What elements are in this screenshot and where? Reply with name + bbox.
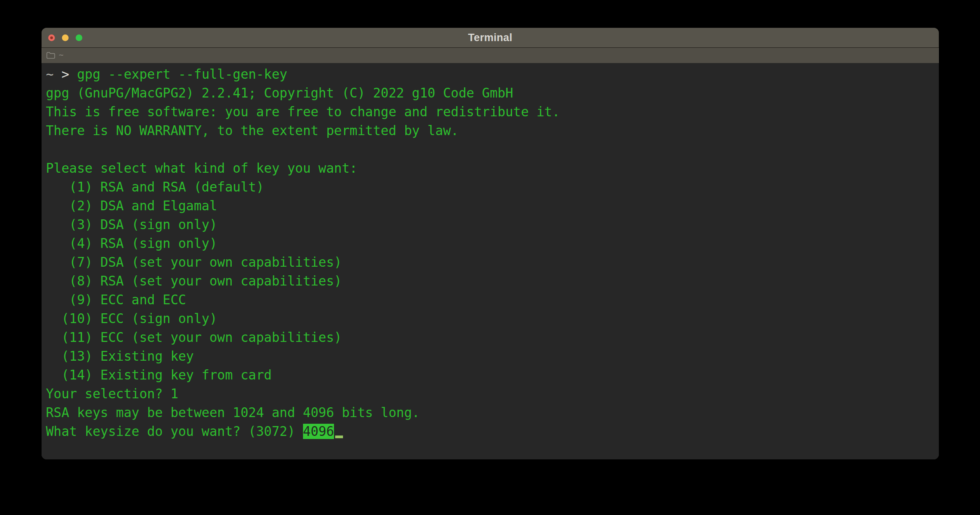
terminal-text-segment: (1) RSA and RSA (default) <box>46 179 264 195</box>
terminal-text-segment: (4) RSA (sign only) <box>46 236 217 251</box>
terminal-line: (3) DSA (sign only) <box>46 215 935 234</box>
terminal-text-segment: > <box>62 67 77 82</box>
terminal-line <box>46 140 935 159</box>
terminal-line: (7) DSA (set your own capabilities) <box>46 253 935 272</box>
terminal-text-segment: (13) Existing key <box>46 349 194 364</box>
terminal-line: (13) Existing key <box>46 347 935 366</box>
terminal-text-segment: Your selection? 1 <box>46 386 178 401</box>
tab-bar[interactable]: ~ <box>42 48 939 63</box>
terminal-line: This is free software: you are free to c… <box>46 103 935 121</box>
folder-icon <box>46 52 55 59</box>
terminal-text-segment: This is free software: you are free to c… <box>46 104 560 119</box>
terminal-line: (4) RSA (sign only) <box>46 234 935 253</box>
text-cursor <box>335 435 343 438</box>
terminal-text-segment: What keysize do you want? (3072) <box>46 424 303 439</box>
terminal-text-segment: ~ <box>46 67 62 82</box>
terminal-line: (14) Existing key from card <box>46 366 935 385</box>
terminal-line: Your selection? 1 <box>46 385 935 403</box>
traffic-lights <box>48 28 82 47</box>
terminal-text-segment: (11) ECC (set your own capabilities) <box>46 330 342 345</box>
terminal-line: ~ > gpg --expert --full-gen-key <box>46 65 935 84</box>
tab-path: ~ <box>59 51 64 60</box>
terminal-line: (1) RSA and RSA (default) <box>46 178 935 197</box>
unsaved-changes-dot <box>50 36 53 39</box>
terminal-text-segment: There is NO WARRANTY, to the extent perm… <box>46 123 459 138</box>
terminal-line: There is NO WARRANTY, to the extent perm… <box>46 121 935 140</box>
terminal-line: (8) RSA (set your own capabilities) <box>46 272 935 291</box>
terminal-text-segment: (7) DSA (set your own capabilities) <box>46 255 342 270</box>
terminal-line: (11) ECC (set your own capabilities) <box>46 328 935 347</box>
terminal-output[interactable]: ~ > gpg --expert --full-gen-keygpg (GnuP… <box>42 63 939 459</box>
terminal-text-segment: Please select what kind of key you want: <box>46 161 358 176</box>
terminal-line: gpg (GnuPG/MacGPG2) 2.2.41; Copyright (C… <box>46 84 935 103</box>
terminal-line: What keysize do you want? (3072) 4096 <box>46 422 935 441</box>
terminal-window: Terminal ~ ~ > gpg --expert --full-gen-k… <box>42 28 939 459</box>
terminal-line: RSA keys may be between 1024 and 4096 bi… <box>46 403 935 422</box>
terminal-text-segment: (3) DSA (sign only) <box>46 217 217 232</box>
terminal-text-segment: (2) DSA and Elgamal <box>46 198 217 213</box>
title-bar[interactable]: Terminal <box>42 28 939 48</box>
terminal-text-segment: (8) RSA (set your own capabilities) <box>46 273 342 289</box>
terminal-text-segment: gpg (GnuPG/MacGPG2) 2.2.41; Copyright (C… <box>46 85 513 101</box>
close-button[interactable] <box>48 34 55 41</box>
selected-input-text: 4096 <box>303 424 334 439</box>
terminal-line: Please select what kind of key you want: <box>46 159 935 178</box>
terminal-text-segment: gpg --expert --full-gen-key <box>77 67 287 82</box>
terminal-text-segment: (9) ECC and ECC <box>46 292 186 307</box>
zoom-button[interactable] <box>76 34 82 41</box>
terminal-text-segment: (14) Existing key from card <box>46 367 272 383</box>
terminal-text-segment: RSA keys may be between 1024 and 4096 bi… <box>46 405 420 420</box>
terminal-line: (9) ECC and ECC <box>46 291 935 309</box>
terminal-line: (10) ECC (sign only) <box>46 309 935 328</box>
terminal-line: (2) DSA and Elgamal <box>46 197 935 215</box>
minimize-button[interactable] <box>62 34 69 41</box>
window-title: Terminal <box>468 32 512 44</box>
terminal-text-segment: (10) ECC (sign only) <box>46 311 217 326</box>
